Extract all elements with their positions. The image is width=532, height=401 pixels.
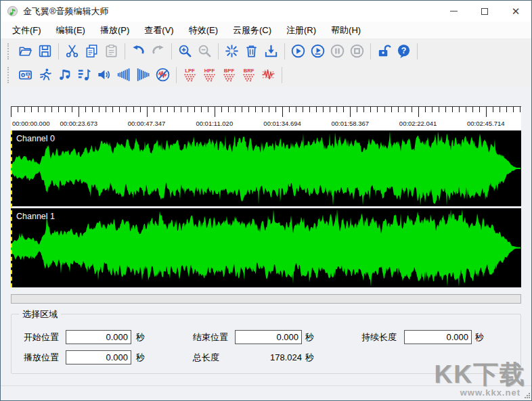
ruler-minor-tick — [58, 107, 59, 112]
start-position-input[interactable] — [66, 330, 131, 344]
minimize-icon — [450, 11, 458, 11]
horizontal-scrollbar[interactable] — [11, 294, 521, 304]
ruler-minor-tick — [363, 107, 364, 112]
end-position-input[interactable] — [235, 330, 302, 344]
waveform-svg-1 — [11, 208, 521, 287]
note-bars-icon[interactable] — [74, 65, 94, 85]
fade-in-icon[interactable] — [114, 65, 133, 85]
ruler-major-tick — [350, 107, 351, 117]
menu-view[interactable]: 查看(V) — [137, 22, 181, 39]
maximize-icon — [481, 8, 488, 15]
ruler-time-label: 00:00:47.347 — [128, 120, 165, 127]
menu-file[interactable]: 文件(F) — [5, 22, 49, 39]
resize-grip[interactable] — [525, 393, 530, 398]
open-file-icon[interactable] — [16, 41, 35, 61]
toolbar-separator — [58, 43, 59, 60]
menu-bar: 文件(F)编辑(E)播放(P)查看(V)特效(E)云服务(C)注册(R)帮助(H… — [1, 22, 531, 39]
hpf-icon[interactable]: HPF — [200, 65, 219, 85]
ruler-minor-tick — [391, 107, 392, 112]
menu-effects[interactable]: 特效(E) — [181, 22, 225, 39]
toolbar-grip[interactable] — [7, 43, 10, 60]
denoise-icon[interactable] — [153, 65, 173, 85]
save-file-icon[interactable] — [35, 41, 55, 61]
start-unit-label: 秒 — [136, 330, 145, 344]
ruler-minor-tick — [248, 107, 249, 112]
help-icon[interactable]: ? — [394, 41, 414, 61]
duration-label: 持续长度 — [361, 330, 397, 344]
playhead-cursor[interactable] — [11, 131, 12, 287]
ruler-minor-tick — [445, 107, 446, 112]
lpf-icon[interactable]: LPF — [180, 65, 200, 85]
menu-help[interactable]: 帮助(H) — [324, 22, 368, 39]
ruler-minor-tick — [154, 107, 154, 112]
ruler-minor-tick — [316, 107, 317, 112]
waveform-channel-0[interactable] — [11, 131, 521, 206]
maximize-button[interactable] — [469, 1, 500, 22]
trim-icon[interactable] — [222, 41, 242, 61]
minimize-button[interactable] — [438, 1, 469, 22]
watermark-logo: KK下载 — [435, 362, 526, 387]
timeline-ruler[interactable]: 00:00:00.00000:00:23.67300:00:47.34700:0… — [11, 106, 521, 129]
title-bar: 金飞翼®音频编辑大师 ✕ — [1, 1, 531, 22]
total-unit-label: 秒 — [305, 350, 314, 364]
unlock-icon[interactable] — [374, 41, 394, 61]
menu-cloud[interactable]: 云服务(C) — [225, 22, 279, 39]
ruler-minor-tick — [405, 107, 405, 112]
end-unit-label: 秒 — [305, 330, 314, 344]
redo-icon — [148, 41, 168, 61]
close-button[interactable]: ✕ — [500, 1, 531, 22]
menu-edit[interactable]: 编辑(E) — [49, 22, 93, 39]
ruler-minor-tick — [133, 107, 134, 112]
ruler-minor-tick — [412, 107, 412, 112]
insert-icon[interactable] — [261, 41, 281, 61]
ruler-minor-tick — [112, 107, 113, 112]
ruler-minor-tick — [377, 107, 378, 112]
brf-icon[interactable]: BRF — [239, 65, 259, 85]
svg-text:BPF: BPF — [224, 68, 235, 74]
svg-text:?: ? — [401, 46, 407, 55]
ruler-major-tick — [215, 107, 215, 117]
toolbar-separator — [218, 43, 219, 60]
ruler-time-label: 00:00:00.000 — [12, 120, 49, 127]
play-position-input[interactable] — [66, 350, 131, 364]
toolbar-grip[interactable] — [7, 67, 10, 83]
ruler-minor-tick — [296, 107, 296, 112]
ruler-minor-tick — [174, 107, 175, 112]
waveform-channel-1[interactable] — [11, 208, 521, 287]
stop-icon — [347, 41, 367, 61]
ruler-minor-tick — [24, 107, 25, 112]
play-icon[interactable] — [288, 41, 308, 61]
menu-register[interactable]: 注册(R) — [279, 22, 324, 39]
delete-icon[interactable] — [242, 41, 261, 61]
toolbar-separator — [171, 43, 172, 60]
copy-icon[interactable] — [82, 41, 102, 61]
toolbar-separator — [125, 43, 125, 60]
equalizer-icon[interactable] — [259, 65, 278, 85]
app-window: 金飞翼®音频编辑大师 ✕ 文件(F)编辑(E)播放(P)查看(V)特效(E)云服… — [0, 0, 532, 401]
ruler-minor-tick — [459, 107, 460, 112]
cut-icon[interactable] — [62, 41, 82, 61]
ruler-minor-tick — [45, 107, 45, 112]
ruler-minor-tick — [201, 107, 202, 112]
ruler-minor-tick — [119, 107, 120, 112]
ruler-minor-tick — [140, 107, 141, 112]
ruler-minor-tick — [221, 107, 222, 112]
menu-play[interactable]: 播放(P) — [93, 22, 137, 39]
duration-input[interactable] — [404, 330, 472, 344]
undo-icon[interactable] — [129, 41, 148, 61]
toolbar-separator — [370, 43, 371, 60]
ruler-major-tick — [486, 107, 487, 117]
record-icon[interactable] — [16, 65, 35, 85]
ruler-minor-tick — [51, 107, 52, 112]
window-title: 金飞翼®音频编辑大师 — [23, 5, 109, 18]
music-notes-icon[interactable] — [55, 65, 74, 85]
play-selection-icon[interactable] — [308, 41, 328, 61]
ruler-minor-tick — [323, 107, 324, 112]
zoom-in-icon[interactable] — [175, 41, 195, 61]
speed-icon[interactable] — [35, 65, 55, 85]
fade-out-icon[interactable] — [133, 65, 153, 85]
ruler-minor-tick — [398, 107, 399, 112]
waveform-area[interactable]: Channel 0 Channel 1 — [11, 131, 521, 287]
bpf-icon[interactable]: BPF — [219, 65, 239, 85]
volume-icon[interactable] — [94, 65, 114, 85]
